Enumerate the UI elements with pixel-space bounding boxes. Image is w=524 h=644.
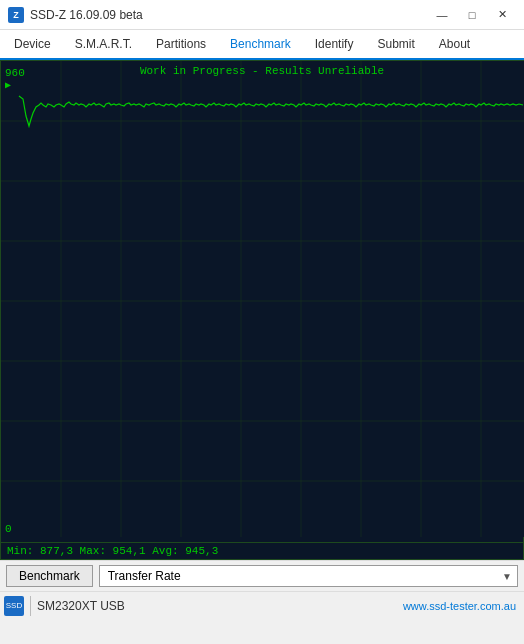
titlebar-title: SSD-Z 16.09.09 beta xyxy=(30,8,143,22)
statusbar-separator xyxy=(30,596,31,616)
maximize-button[interactable]: □ xyxy=(458,5,486,25)
chart-container: 960 0 Work in Progress - Results Unrelia… xyxy=(0,60,524,560)
menu-submit[interactable]: Submit xyxy=(365,30,426,60)
chart-stats: Min: 877,3 Max: 954,1 Avg: 945,3 xyxy=(1,542,523,559)
titlebar-controls: — □ ✕ xyxy=(428,5,516,25)
dropdown-container: Transfer Rate Random Read Random Write S… xyxy=(99,565,518,587)
device-icon: SSD xyxy=(4,596,24,616)
chart-type-dropdown[interactable]: Transfer Rate Random Read Random Write S… xyxy=(99,565,518,587)
menu-identify[interactable]: Identify xyxy=(303,30,366,60)
close-button[interactable]: ✕ xyxy=(488,5,516,25)
menu-about[interactable]: About xyxy=(427,30,482,60)
menubar: Device S.M.A.R.T. Partitions Benchmark I… xyxy=(0,30,524,60)
titlebar-left: Z SSD-Z 16.09.09 beta xyxy=(8,7,143,23)
app-icon: Z xyxy=(8,7,24,23)
menu-smart[interactable]: S.M.A.R.T. xyxy=(63,30,144,60)
chart-title: Work in Progress - Results Unreliable xyxy=(1,65,523,77)
bottom-controls: Benchmark Transfer Rate Random Read Rand… xyxy=(0,560,524,591)
website-url: www.ssd-tester.com.au xyxy=(403,600,516,612)
titlebar: Z SSD-Z 16.09.09 beta — □ ✕ xyxy=(0,0,524,30)
benchmark-line xyxy=(19,96,523,126)
y-min-label: 0 xyxy=(5,523,12,535)
play-icon: ▶ xyxy=(5,79,11,90)
device-name: SM2320XT USB xyxy=(37,599,397,613)
statusbar: SSD SM2320XT USB www.ssd-tester.com.au xyxy=(0,591,524,619)
menu-benchmark[interactable]: Benchmark xyxy=(218,30,303,60)
menu-device[interactable]: Device xyxy=(2,30,63,60)
benchmark-chart xyxy=(1,61,524,537)
menu-partitions[interactable]: Partitions xyxy=(144,30,218,60)
minimize-button[interactable]: — xyxy=(428,5,456,25)
benchmark-button[interactable]: Benchmark xyxy=(6,565,93,587)
